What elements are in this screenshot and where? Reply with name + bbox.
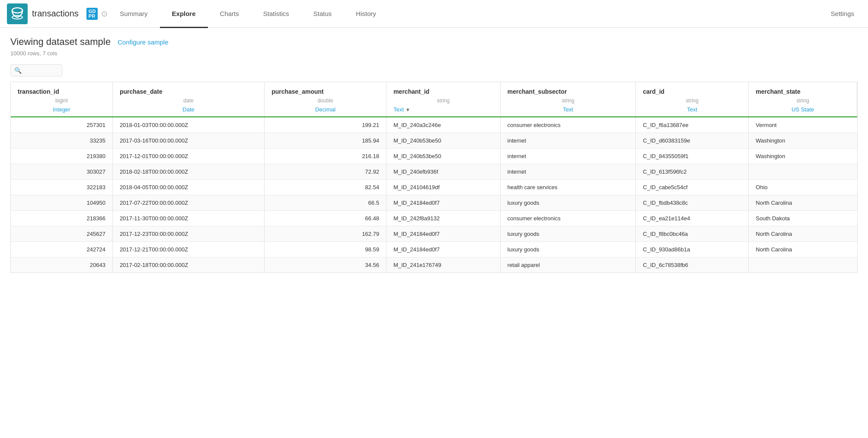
table-cell: 2017-12-21T00:00:00.000Z [112, 242, 264, 257]
col-header-merchant-state: merchant_state [749, 82, 857, 97]
table-row: 2456272017-12-23T00:00:00.000Z162.79M_ID… [11, 226, 857, 242]
tab-settings[interactable]: Settings [824, 1, 861, 28]
column-semantic-row: Integer Date Decimal Text ▼ Text Text US… [11, 105, 857, 117]
table-cell: 33235 [11, 133, 112, 149]
table-cell: 2018-04-05T00:00:00.000Z [112, 180, 264, 195]
table-cell: C_ID_613f596fc2 [636, 164, 749, 180]
type-merchant-subsector: string [500, 97, 635, 105]
table-cell: 245627 [11, 226, 112, 242]
table-cell [749, 164, 857, 180]
type-merchant-state: string [749, 97, 857, 105]
table-row: 3030272018-02-18T00:00:00.000Z72.92M_ID_… [11, 164, 857, 180]
table-cell: 20643 [11, 257, 112, 273]
col-header-purchase-date: purchase_date [112, 82, 264, 97]
table-row: 206432017-02-18T00:00:00.000Z34.56M_ID_2… [11, 257, 857, 273]
search-bar: 🔍 [10, 64, 858, 76]
semantic-merchant-id[interactable]: Text ▼ [386, 105, 501, 117]
configure-sample-link[interactable]: Configure sample [118, 38, 169, 46]
row-info: 10000 rows, 7 cols [10, 50, 858, 57]
table-cell: Washington [749, 149, 857, 164]
tab-summary[interactable]: Summary [108, 1, 160, 28]
table-cell: M_ID_240b53be50 [386, 149, 501, 164]
table-cell: 322183 [11, 180, 112, 195]
semantic-purchase-amount[interactable]: Decimal [265, 105, 386, 117]
table-cell: 303027 [11, 164, 112, 180]
column-name-row: transaction_id purchase_date purchase_am… [11, 82, 857, 97]
table-row: 2427242017-12-21T00:00:00.000Z98.59M_ID_… [11, 242, 857, 257]
table-cell: 2017-12-01T00:00:00.000Z [112, 149, 264, 164]
header-badges: GDPR ⊙ [86, 8, 108, 20]
table-cell: M_ID_24184ed0f7 [386, 226, 501, 242]
table-cell: consumer electronics [500, 211, 635, 226]
table-cell: 2018-02-18T00:00:00.000Z [112, 164, 264, 180]
tab-history[interactable]: History [344, 1, 388, 28]
search-icon: 🔍 [14, 67, 22, 74]
col-header-merchant-subsector: merchant_subsector [500, 82, 635, 97]
table-cell: 34.56 [265, 257, 386, 273]
search-input[interactable] [23, 67, 58, 74]
table-cell: 199.21 [265, 117, 386, 133]
table-cell: health care services [500, 180, 635, 195]
semantic-transaction-id[interactable]: Integer [11, 105, 112, 117]
col-header-transaction-id: transaction_id [11, 82, 112, 97]
table-cell: luxury goods [500, 195, 635, 211]
merchant-id-dropdown-arrow[interactable]: ▼ [405, 107, 410, 112]
table-wrap: transaction_id purchase_date purchase_am… [10, 82, 858, 273]
table-cell: internet [500, 164, 635, 180]
table-cell: M_ID_240b53be50 [386, 133, 501, 149]
nav-tabs: Summary Explore Charts Statistics Status… [108, 0, 861, 27]
semantic-card-id[interactable]: Text [636, 105, 749, 117]
page-subtitle-area: Viewing dataset sample Configure sample [10, 36, 858, 48]
table-row: 2183662017-11-30T00:00:00.000Z66.48M_ID_… [11, 211, 857, 226]
table-cell: North Carolina [749, 195, 857, 211]
table-cell: C_ID_930ad86b1a [636, 242, 749, 257]
table-cell: 104950 [11, 195, 112, 211]
table-cell: Ohio [749, 180, 857, 195]
type-transaction-id: bigint [11, 97, 112, 105]
tab-status[interactable]: Status [301, 1, 344, 28]
table-cell: C_ID_d60383159e [636, 133, 749, 149]
table-cell: retail apparel [500, 257, 635, 273]
semantic-merchant-subsector[interactable]: Text [500, 105, 635, 117]
table-container: transaction_id purchase_date purchase_am… [10, 82, 858, 273]
table-cell: 98.59 [265, 242, 386, 257]
table-cell: 66.48 [265, 211, 386, 226]
table-cell: 2017-07-22T00:00:00.000Z [112, 195, 264, 211]
col-header-card-id: card_id [636, 82, 749, 97]
type-purchase-date: date [112, 97, 264, 105]
semantic-purchase-date[interactable]: Date [112, 105, 264, 117]
table-cell: 2017-02-18T00:00:00.000Z [112, 257, 264, 273]
table-cell: 257301 [11, 117, 112, 133]
table-cell: C_ID_84355059f1 [636, 149, 749, 164]
table-cell: M_ID_24184ed0f7 [386, 195, 501, 211]
table-cell: consumer electronics [500, 117, 635, 133]
semantic-merchant-state[interactable]: US State [749, 105, 857, 117]
logo-icon [7, 3, 28, 24]
header: transactions GDPR ⊙ Summary Explore Char… [0, 0, 868, 28]
tab-charts[interactable]: Charts [208, 1, 251, 28]
tab-explore[interactable]: Explore [160, 1, 208, 28]
table-cell: 72.92 [265, 164, 386, 180]
table-cell: C_ID_f6a13687ee [636, 117, 749, 133]
table-row: 2193802017-12-01T00:00:00.000Z216.18M_ID… [11, 149, 857, 164]
tab-statistics[interactable]: Statistics [251, 1, 301, 28]
column-type-row: bigint date double string string string … [11, 97, 857, 105]
search-input-wrap[interactable]: 🔍 [10, 64, 62, 76]
table-cell: 82.54 [265, 180, 386, 195]
page-content: Viewing dataset sample Configure sample … [0, 28, 868, 282]
refresh-icon[interactable]: ⊙ [101, 9, 108, 19]
logo-area: transactions GDPR ⊙ [7, 3, 108, 24]
table-cell: luxury goods [500, 226, 635, 242]
table-cell: 2017-03-16T00:00:00.000Z [112, 133, 264, 149]
table-cell: C_ID_cabe5c54cf [636, 180, 749, 195]
table-cell: C_ID_ea21e114e4 [636, 211, 749, 226]
table-cell: Vermont [749, 117, 857, 133]
type-card-id: string [636, 97, 749, 105]
col-header-purchase-amount: purchase_amount [265, 82, 386, 97]
table-cell: M_ID_241e176749 [386, 257, 501, 273]
table-cell: 66.5 [265, 195, 386, 211]
table-cell: Washington [749, 133, 857, 149]
table-cell: 2018-01-03T00:00:00.000Z [112, 117, 264, 133]
table-cell: South Dakota [749, 211, 857, 226]
gdpr-badge[interactable]: GDPR [86, 8, 98, 20]
